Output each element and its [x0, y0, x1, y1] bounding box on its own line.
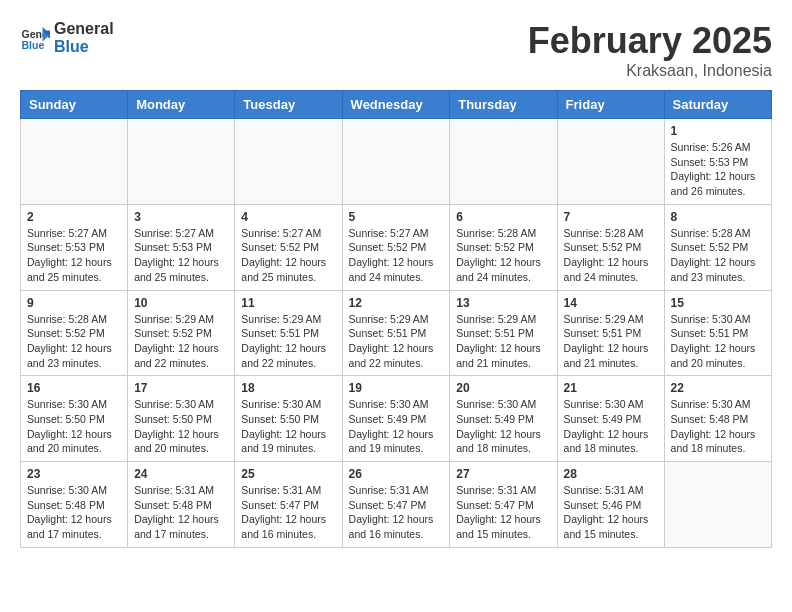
- calendar-cell: 19Sunrise: 5:30 AM Sunset: 5:49 PM Dayli…: [342, 376, 450, 462]
- weekday-header-tuesday: Tuesday: [235, 91, 342, 119]
- calendar-cell: 9Sunrise: 5:28 AM Sunset: 5:52 PM Daylig…: [21, 290, 128, 376]
- weekday-header-saturday: Saturday: [664, 91, 771, 119]
- weekday-header-friday: Friday: [557, 91, 664, 119]
- week-row-1: 1Sunrise: 5:26 AM Sunset: 5:53 PM Daylig…: [21, 119, 772, 205]
- calendar-cell: 2Sunrise: 5:27 AM Sunset: 5:53 PM Daylig…: [21, 204, 128, 290]
- day-number: 1: [671, 124, 765, 138]
- logo-general: General: [54, 20, 114, 38]
- day-info: Sunrise: 5:31 AM Sunset: 5:47 PM Dayligh…: [456, 483, 550, 542]
- calendar-cell: 10Sunrise: 5:29 AM Sunset: 5:52 PM Dayli…: [128, 290, 235, 376]
- day-info: Sunrise: 5:29 AM Sunset: 5:51 PM Dayligh…: [241, 312, 335, 371]
- day-info: Sunrise: 5:26 AM Sunset: 5:53 PM Dayligh…: [671, 140, 765, 199]
- day-number: 21: [564, 381, 658, 395]
- day-number: 24: [134, 467, 228, 481]
- day-info: Sunrise: 5:27 AM Sunset: 5:52 PM Dayligh…: [241, 226, 335, 285]
- day-info: Sunrise: 5:29 AM Sunset: 5:51 PM Dayligh…: [456, 312, 550, 371]
- week-row-4: 16Sunrise: 5:30 AM Sunset: 5:50 PM Dayli…: [21, 376, 772, 462]
- calendar-cell: 15Sunrise: 5:30 AM Sunset: 5:51 PM Dayli…: [664, 290, 771, 376]
- calendar-cell: 23Sunrise: 5:30 AM Sunset: 5:48 PM Dayli…: [21, 462, 128, 548]
- day-info: Sunrise: 5:28 AM Sunset: 5:52 PM Dayligh…: [456, 226, 550, 285]
- day-number: 12: [349, 296, 444, 310]
- day-number: 8: [671, 210, 765, 224]
- day-info: Sunrise: 5:28 AM Sunset: 5:52 PM Dayligh…: [564, 226, 658, 285]
- calendar-cell: 16Sunrise: 5:30 AM Sunset: 5:50 PM Dayli…: [21, 376, 128, 462]
- week-row-2: 2Sunrise: 5:27 AM Sunset: 5:53 PM Daylig…: [21, 204, 772, 290]
- day-info: Sunrise: 5:31 AM Sunset: 5:47 PM Dayligh…: [349, 483, 444, 542]
- day-number: 7: [564, 210, 658, 224]
- weekday-header-thursday: Thursday: [450, 91, 557, 119]
- day-number: 16: [27, 381, 121, 395]
- location: Kraksaan, Indonesia: [528, 62, 772, 80]
- day-info: Sunrise: 5:30 AM Sunset: 5:51 PM Dayligh…: [671, 312, 765, 371]
- day-info: Sunrise: 5:27 AM Sunset: 5:53 PM Dayligh…: [27, 226, 121, 285]
- day-info: Sunrise: 5:29 AM Sunset: 5:52 PM Dayligh…: [134, 312, 228, 371]
- calendar-cell: 6Sunrise: 5:28 AM Sunset: 5:52 PM Daylig…: [450, 204, 557, 290]
- calendar-cell: 7Sunrise: 5:28 AM Sunset: 5:52 PM Daylig…: [557, 204, 664, 290]
- day-number: 5: [349, 210, 444, 224]
- day-number: 6: [456, 210, 550, 224]
- weekday-header-wednesday: Wednesday: [342, 91, 450, 119]
- month-year: February 2025: [528, 20, 772, 62]
- day-number: 19: [349, 381, 444, 395]
- week-row-3: 9Sunrise: 5:28 AM Sunset: 5:52 PM Daylig…: [21, 290, 772, 376]
- title-section: February 2025 Kraksaan, Indonesia: [528, 20, 772, 80]
- weekday-header-row: SundayMondayTuesdayWednesdayThursdayFrid…: [21, 91, 772, 119]
- svg-text:Blue: Blue: [22, 38, 45, 50]
- day-number: 11: [241, 296, 335, 310]
- week-row-5: 23Sunrise: 5:30 AM Sunset: 5:48 PM Dayli…: [21, 462, 772, 548]
- weekday-header-sunday: Sunday: [21, 91, 128, 119]
- calendar-cell: 17Sunrise: 5:30 AM Sunset: 5:50 PM Dayli…: [128, 376, 235, 462]
- day-info: Sunrise: 5:30 AM Sunset: 5:50 PM Dayligh…: [27, 397, 121, 456]
- calendar-cell: 14Sunrise: 5:29 AM Sunset: 5:51 PM Dayli…: [557, 290, 664, 376]
- calendar-cell: 18Sunrise: 5:30 AM Sunset: 5:50 PM Dayli…: [235, 376, 342, 462]
- calendar-cell: 4Sunrise: 5:27 AM Sunset: 5:52 PM Daylig…: [235, 204, 342, 290]
- calendar-cell: 1Sunrise: 5:26 AM Sunset: 5:53 PM Daylig…: [664, 119, 771, 205]
- day-info: Sunrise: 5:30 AM Sunset: 5:48 PM Dayligh…: [671, 397, 765, 456]
- day-number: 2: [27, 210, 121, 224]
- day-info: Sunrise: 5:27 AM Sunset: 5:52 PM Dayligh…: [349, 226, 444, 285]
- day-info: Sunrise: 5:30 AM Sunset: 5:49 PM Dayligh…: [564, 397, 658, 456]
- calendar-cell: [342, 119, 450, 205]
- calendar-cell: 27Sunrise: 5:31 AM Sunset: 5:47 PM Dayli…: [450, 462, 557, 548]
- day-info: Sunrise: 5:27 AM Sunset: 5:53 PM Dayligh…: [134, 226, 228, 285]
- day-number: 25: [241, 467, 335, 481]
- calendar-cell: [235, 119, 342, 205]
- calendar-cell: 21Sunrise: 5:30 AM Sunset: 5:49 PM Dayli…: [557, 376, 664, 462]
- day-number: 3: [134, 210, 228, 224]
- logo: General Blue General Blue: [20, 20, 114, 55]
- day-number: 23: [27, 467, 121, 481]
- day-info: Sunrise: 5:30 AM Sunset: 5:50 PM Dayligh…: [134, 397, 228, 456]
- day-number: 27: [456, 467, 550, 481]
- calendar-cell: 28Sunrise: 5:31 AM Sunset: 5:46 PM Dayli…: [557, 462, 664, 548]
- logo-blue: Blue: [54, 38, 114, 56]
- calendar-cell: [557, 119, 664, 205]
- calendar: SundayMondayTuesdayWednesdayThursdayFrid…: [20, 90, 772, 548]
- calendar-cell: [21, 119, 128, 205]
- day-info: Sunrise: 5:31 AM Sunset: 5:47 PM Dayligh…: [241, 483, 335, 542]
- logo-icon: General Blue: [20, 23, 50, 53]
- day-number: 20: [456, 381, 550, 395]
- calendar-cell: 3Sunrise: 5:27 AM Sunset: 5:53 PM Daylig…: [128, 204, 235, 290]
- day-info: Sunrise: 5:30 AM Sunset: 5:49 PM Dayligh…: [349, 397, 444, 456]
- day-info: Sunrise: 5:31 AM Sunset: 5:46 PM Dayligh…: [564, 483, 658, 542]
- calendar-cell: 12Sunrise: 5:29 AM Sunset: 5:51 PM Dayli…: [342, 290, 450, 376]
- calendar-cell: 26Sunrise: 5:31 AM Sunset: 5:47 PM Dayli…: [342, 462, 450, 548]
- calendar-cell: 25Sunrise: 5:31 AM Sunset: 5:47 PM Dayli…: [235, 462, 342, 548]
- calendar-cell: 20Sunrise: 5:30 AM Sunset: 5:49 PM Dayli…: [450, 376, 557, 462]
- header: General Blue General Blue February 2025 …: [20, 20, 772, 80]
- day-number: 9: [27, 296, 121, 310]
- day-info: Sunrise: 5:29 AM Sunset: 5:51 PM Dayligh…: [564, 312, 658, 371]
- calendar-cell: [450, 119, 557, 205]
- day-number: 14: [564, 296, 658, 310]
- day-info: Sunrise: 5:30 AM Sunset: 5:50 PM Dayligh…: [241, 397, 335, 456]
- weekday-header-monday: Monday: [128, 91, 235, 119]
- day-number: 15: [671, 296, 765, 310]
- day-number: 18: [241, 381, 335, 395]
- calendar-cell: 5Sunrise: 5:27 AM Sunset: 5:52 PM Daylig…: [342, 204, 450, 290]
- day-info: Sunrise: 5:28 AM Sunset: 5:52 PM Dayligh…: [27, 312, 121, 371]
- calendar-cell: 24Sunrise: 5:31 AM Sunset: 5:48 PM Dayli…: [128, 462, 235, 548]
- calendar-cell: [664, 462, 771, 548]
- day-info: Sunrise: 5:28 AM Sunset: 5:52 PM Dayligh…: [671, 226, 765, 285]
- calendar-cell: 11Sunrise: 5:29 AM Sunset: 5:51 PM Dayli…: [235, 290, 342, 376]
- day-number: 22: [671, 381, 765, 395]
